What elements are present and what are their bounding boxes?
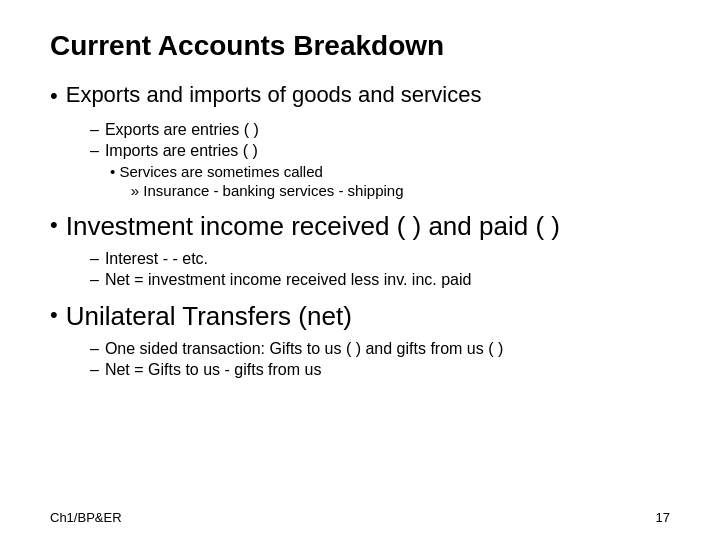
bullet-services: • [110,163,119,180]
sub-item-interest: – Interest - - etc. [90,250,670,268]
footer-right: 17 [656,510,670,525]
sub-sub-list-services: • Services are sometimes called » Insura… [110,163,670,199]
bullet-dot-1: • [50,82,58,111]
slide: Current Accounts Breakdown • Exports and… [0,0,720,540]
dash-net-investment: – [90,271,99,289]
sub-item-net-investment: – Net = investment income received less … [90,271,670,289]
sub-item-exports: – Exports are entries ( ) [90,121,670,139]
sub-item-net-investment-text: Net = investment income received less in… [105,271,472,289]
sub-item-exports-text: Exports are entries ( ) [105,121,259,139]
dash-imports: – [90,142,99,160]
bullet-exports-imports: • Exports and imports of goods and servi… [50,82,670,111]
sub-list-transfers: – One sided transaction: Gifts to us ( )… [90,340,670,379]
sub-item-one-sided: – One sided transaction: Gifts to us ( )… [90,340,670,358]
dash-net-transfers: – [90,361,99,379]
bullet-dot-3: • [50,301,58,330]
bullet-investment: • Investment income received ( ) and pai… [50,211,670,242]
services-text: Services are sometimes called [119,163,322,180]
section-exports-imports: • Exports and imports of goods and servi… [50,82,670,199]
sub-item-net-transfers: – Net = Gifts to us - gifts from us [90,361,670,379]
sub-item-imports: – Imports are entries ( ) [90,142,670,160]
bullet-transfers-text: Unilateral Transfers (net) [66,301,352,332]
dash-exports: – [90,121,99,139]
services-bullet: • Services are sometimes called [110,163,670,180]
bullet-investment-text: Investment income received ( ) and paid … [66,211,560,242]
services-examples-text: » Insurance - banking services - shippin… [131,182,404,199]
services-arrow [110,182,127,199]
section-investment: • Investment income received ( ) and pai… [50,211,670,289]
dash-interest: – [90,250,99,268]
section-transfers: • Unilateral Transfers (net) – One sided… [50,301,670,379]
sub-item-one-sided-text: One sided transaction: Gifts to us ( ) a… [105,340,503,358]
footer-left: Ch1/BP&ER [50,510,122,525]
bullet-transfers: • Unilateral Transfers (net) [50,301,670,332]
services-examples: » Insurance - banking services - shippin… [110,182,670,199]
slide-title: Current Accounts Breakdown [50,30,670,62]
sub-list-exports-imports: – Exports are entries ( ) – Imports are … [90,121,670,199]
bullet-exports-imports-text: Exports and imports of goods and service… [66,82,482,108]
sub-item-interest-text: Interest - - etc. [105,250,208,268]
sub-list-investment: – Interest - - etc. – Net = investment i… [90,250,670,289]
sub-item-imports-text: Imports are entries ( ) [105,142,258,160]
slide-footer: Ch1/BP&ER 17 [50,510,670,525]
bullet-dot-2: • [50,211,58,240]
dash-one-sided: – [90,340,99,358]
sub-item-net-transfers-text: Net = Gifts to us - gifts from us [105,361,322,379]
